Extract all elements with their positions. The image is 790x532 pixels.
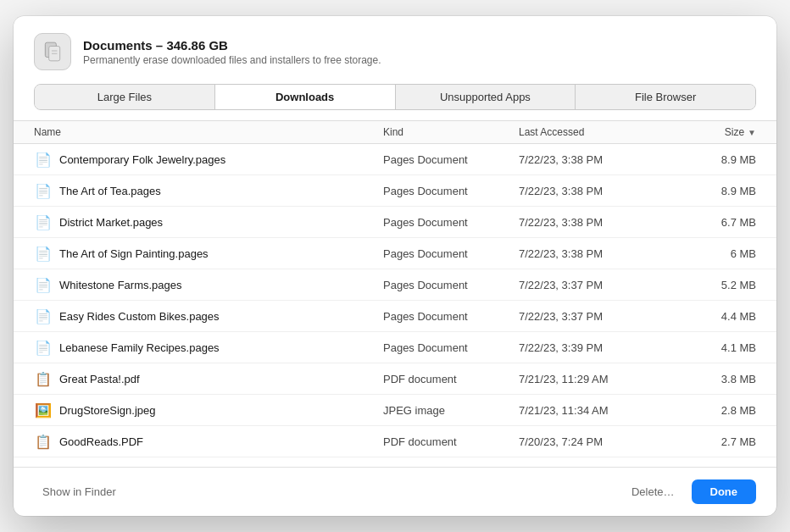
show-in-finder-button[interactable]: Show in Finder (34, 481, 125, 502)
file-icon: 📄 (34, 150, 53, 169)
file-size: 6.7 MB (671, 216, 756, 229)
file-cell: 📄 Lebanese Family Recipes.pages (34, 338, 383, 357)
table-row[interactable]: 📄 Easy Rides Custom Bikes.pages Pages Do… (14, 301, 776, 332)
file-name: Whitestone Farms.pages (59, 279, 182, 291)
tab-large-files[interactable]: Large Files (35, 85, 215, 109)
file-kind: Pages Document (383, 185, 519, 197)
file-size: 8.9 MB (671, 185, 756, 197)
column-header-name[interactable]: Name (34, 126, 383, 138)
file-cell: 📋 Great Pasta!.pdf (34, 369, 383, 388)
footer: Show in Finder Delete… Done (14, 467, 776, 516)
file-name: Lebanese Family Recipes.pages (59, 341, 220, 354)
footer-left-actions: Show in Finder (34, 481, 125, 502)
header-size: – 346.86 GB (156, 38, 228, 53)
file-kind: PDF document (383, 373, 519, 385)
file-icon: 📋 (34, 432, 53, 451)
file-name: The Art of Tea.pages (59, 185, 161, 197)
file-cell: 📋 GoodReads.PDF (34, 432, 383, 451)
file-last-accessed: 7/22/23, 3:38 PM (519, 185, 671, 197)
file-icon: 📋 (34, 369, 53, 388)
file-icon: 🖼️ (34, 401, 53, 419)
column-header-last-accessed[interactable]: Last Accessed (519, 126, 671, 138)
file-size: 3.8 MB (671, 373, 756, 385)
file-icon: 📄 (34, 244, 53, 263)
file-name: District Market.pages (59, 216, 163, 229)
file-last-accessed: 7/22/23, 3:39 PM (519, 341, 671, 354)
file-icon: 📄 (34, 338, 53, 357)
file-size: 4.1 MB (671, 341, 756, 354)
documents-icon (34, 33, 71, 70)
file-kind: Pages Document (383, 216, 519, 229)
file-name: GoodReads.PDF (59, 435, 143, 448)
tab-file-browser[interactable]: File Browser (576, 85, 755, 109)
file-last-accessed: 7/21/23, 11:34 AM (519, 404, 671, 417)
document-svg (42, 41, 64, 63)
file-kind: Pages Document (383, 310, 519, 323)
file-name: Easy Rides Custom Bikes.pages (59, 310, 220, 323)
file-size: 2.7 MB (671, 435, 756, 448)
file-size: 4.4 MB (671, 310, 756, 323)
file-name: DrugStoreSign.jpeg (59, 404, 155, 417)
header-title: Documents – 346.86 GB (83, 38, 381, 53)
file-kind: PDF document (383, 435, 519, 448)
column-header-kind[interactable]: Kind (383, 126, 519, 138)
file-last-accessed: 7/22/23, 3:37 PM (519, 310, 671, 323)
table-row[interactable]: 📋 GoodReads.PDF PDF document 7/20/23, 7:… (14, 426, 776, 457)
table-row[interactable]: 📄 Whitestone Farms.pages Pages Document … (14, 269, 776, 301)
file-icon: 📄 (34, 213, 53, 231)
header-text: Documents – 346.86 GB Permanently erase … (83, 38, 381, 66)
delete-button[interactable]: Delete… (623, 481, 683, 502)
file-name: The Art of Sign Painting.pages (59, 247, 209, 260)
file-kind: JPEG image (383, 404, 519, 417)
file-cell: 📄 Easy Rides Custom Bikes.pages (34, 307, 383, 325)
table-row[interactable]: 📄 The Art of Tea.pages Pages Document 7/… (14, 175, 776, 207)
file-kind: Pages Document (383, 247, 519, 260)
file-last-accessed: 7/22/23, 3:38 PM (519, 247, 671, 260)
size-label: Size (725, 126, 744, 138)
header-subtitle: Permanently erase downloaded files and i… (83, 54, 381, 66)
file-last-accessed: 7/21/23, 11:29 AM (519, 373, 671, 385)
file-size: 6 MB (671, 247, 756, 260)
tabs-bar: Large Files Downloads Unsupported Apps F… (34, 84, 756, 110)
file-cell: 📄 District Market.pages (34, 213, 383, 231)
table-body: 📄 Contemporary Folk Jewelry.pages Pages … (14, 144, 776, 467)
file-cell: 📄 The Art of Tea.pages (34, 181, 383, 200)
table-row[interactable]: 📄 The Art of Sign Painting.pages Pages D… (14, 238, 776, 269)
dialog-window: Documents – 346.86 GB Permanently erase … (14, 16, 776, 516)
file-name: Great Pasta!.pdf (59, 373, 140, 385)
table-header: Name Kind Last Accessed Size ▼ (14, 120, 776, 144)
tab-unsupported-apps[interactable]: Unsupported Apps (396, 85, 576, 109)
file-icon: 📄 (34, 275, 53, 294)
column-header-size[interactable]: Size ▼ (671, 126, 756, 138)
tab-downloads[interactable]: Downloads (215, 85, 396, 109)
file-cell: 📄 The Art of Sign Painting.pages (34, 244, 383, 263)
table-row[interactable]: 🖼️ DrugStoreSign.jpeg JPEG image 7/21/23… (14, 395, 776, 426)
file-size: 5.2 MB (671, 279, 756, 291)
file-last-accessed: 7/22/23, 3:38 PM (519, 216, 671, 229)
table-row[interactable]: 📄 District Market.pages Pages Document 7… (14, 207, 776, 238)
done-button[interactable]: Done (692, 479, 757, 504)
file-cell: 📄 Contemporary Folk Jewelry.pages (34, 150, 383, 169)
table-row[interactable]: 📋 Great Pasta!.pdf PDF document 7/21/23,… (14, 363, 776, 395)
file-size: 2.8 MB (671, 404, 756, 417)
table-area: Name Kind Last Accessed Size ▼ 📄 Contemp… (14, 120, 776, 467)
file-icon: 📄 (34, 307, 53, 325)
file-last-accessed: 7/22/23, 3:37 PM (519, 279, 671, 291)
file-cell: 🖼️ DrugStoreSign.jpeg (34, 401, 383, 419)
file-cell: 📄 Whitestone Farms.pages (34, 275, 383, 294)
file-kind: Pages Document (383, 153, 519, 166)
footer-right-actions: Delete… Done (623, 479, 756, 504)
file-kind: Pages Document (383, 279, 519, 291)
file-name: Contemporary Folk Jewelry.pages (59, 153, 225, 166)
sort-descending-icon: ▼ (748, 128, 756, 137)
file-last-accessed: 7/20/23, 7:24 PM (519, 435, 671, 448)
table-row[interactable]: 📄 Contemporary Folk Jewelry.pages Pages … (14, 144, 776, 175)
file-size: 8.9 MB (671, 153, 756, 166)
file-icon: 📄 (34, 181, 53, 200)
file-last-accessed: 7/22/23, 3:38 PM (519, 153, 671, 166)
header-title-text: Documents (83, 38, 153, 53)
header: Documents – 346.86 GB Permanently erase … (14, 16, 776, 84)
file-kind: Pages Document (383, 341, 519, 354)
table-row[interactable]: 📄 Lebanese Family Recipes.pages Pages Do… (14, 332, 776, 363)
